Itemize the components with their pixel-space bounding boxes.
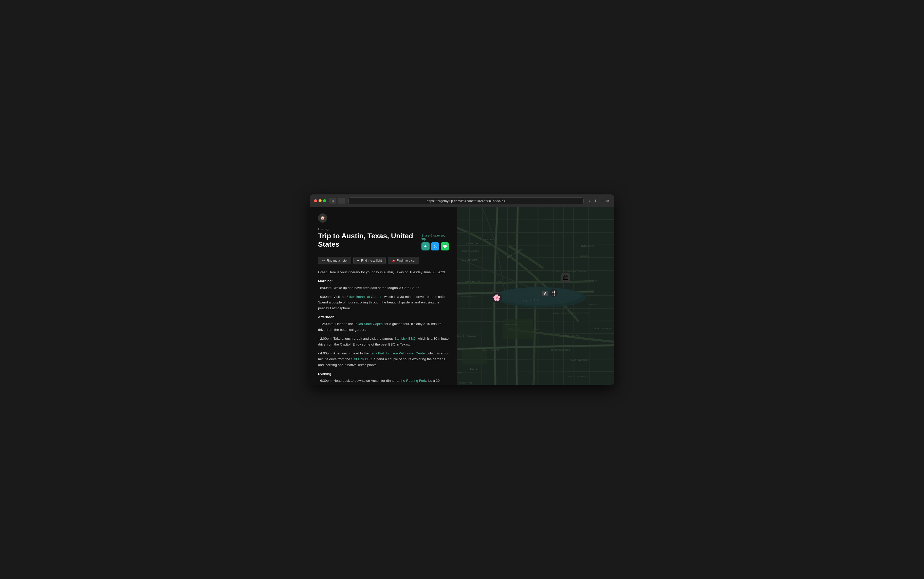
browser-chrome: ⊞ ‹ https://forgemytrip.com/i/647dacf610… <box>310 195 614 208</box>
svg-text:LAGUNA LOMA: LAGUNA LOMA <box>462 258 478 261</box>
botanical-garden-marker: 🌸 <box>491 293 502 303</box>
flight-label: Find me a flight <box>361 259 382 262</box>
svg-text:ISLAND WAY: ISLAND WAY <box>465 242 478 245</box>
share-whatsapp-button[interactable]: 💬 <box>441 242 449 250</box>
svg-text:Rollingwood: Rollingwood <box>462 295 474 298</box>
evening-item-1: - 6:30pm: Head back to downtown Austin f… <box>318 378 449 385</box>
intro-text: Great! Here is your itinerary for your d… <box>318 270 449 275</box>
capitol-link[interactable]: Texas State Capitol <box>354 322 384 326</box>
itinerary-content: Great! Here is your itinerary for your d… <box>318 270 449 385</box>
svg-text:EAST AUSTIN: EAST AUSTIN <box>584 279 597 281</box>
home-button[interactable]: 🏠 <box>318 213 327 222</box>
traffic-lights <box>314 199 326 202</box>
map-panel: ISLAND WAY TARRYTOWN BRYKER WOODS HYDE P… <box>457 208 614 385</box>
new-tab-icon[interactable]: + <box>600 198 604 204</box>
maximize-button[interactable] <box>323 199 326 202</box>
svg-text:Birdey Ln: Birdey Ln <box>470 368 478 370</box>
flowers-icon: 🌸 <box>493 294 501 301</box>
back-button[interactable]: ‹ <box>338 198 345 204</box>
roaring-fork-link-1[interactable]: Roaring Fork <box>406 379 426 383</box>
whatsapp-icon: 💬 <box>443 244 447 249</box>
museum-icon: 🏛 <box>563 275 568 281</box>
morning-header: Morning: <box>318 278 449 284</box>
svg-text:EAST CONGRESS: EAST CONGRESS <box>568 375 586 378</box>
museum-marker: 🏛 <box>562 273 570 283</box>
svg-text:SOUTH CONGRESS: SOUTH CONGRESS <box>551 349 570 351</box>
map-container[interactable]: ISLAND WAY TARRYTOWN BRYKER WOODS HYDE P… <box>457 208 614 385</box>
svg-text:Valley: Valley <box>457 371 462 374</box>
svg-text:EAST RIVERSIDE: EAST RIVERSIDE <box>571 359 588 361</box>
page-title: Trip to Austin, Texas, United States <box>318 232 421 249</box>
afternoon-item-3: - 4:00pm: After lunch, head to the Lady … <box>318 351 449 368</box>
extensions-icon[interactable]: ⧉ <box>606 198 610 204</box>
address-bar[interactable]: https://forgemytrip.com/i/647dacf61024b5… <box>348 198 584 204</box>
zilker-link[interactable]: Zilker Botanical Garden <box>346 295 382 299</box>
bookmark-icon[interactable]: ⤓ <box>587 198 592 204</box>
left-panel: 🏠 Itinerary Trip to Austin, Texas, Unite… <box>310 208 457 385</box>
svg-rect-3 <box>503 319 533 339</box>
food-icon: 🍴 <box>551 291 557 296</box>
telegram-icon: ✈ <box>424 244 427 249</box>
svg-text:W Ben White Blvd: W Ben White Blvd <box>470 348 486 350</box>
hotel-label: Find me a hotel <box>327 259 348 262</box>
point-a-label: A <box>544 291 546 295</box>
share-save-label: Share & save your trip <box>421 234 449 241</box>
svg-point-2 <box>495 287 581 305</box>
url-text: https://forgemytrip.com/i/647dacf61024b5… <box>427 199 506 203</box>
restaurant-marker: 🍴 <box>550 289 558 297</box>
svg-text:WESTFIELD: WESTFIELD <box>492 280 506 283</box>
svg-rect-4 <box>462 349 487 365</box>
map-svg: ISLAND WAY TARRYTOWN BRYKER WOODS HYDE P… <box>457 208 614 385</box>
afternoon-header: Afternoon: <box>318 314 449 320</box>
svg-text:TRAVIS HEIGHTS: TRAVIS HEIGHTS <box>562 335 579 337</box>
svg-text:BARTON HILLS: BARTON HILLS <box>505 323 522 326</box>
browser-window: ⊞ ‹ https://forgemytrip.com/i/647dacf610… <box>310 195 614 385</box>
share-row: Trip to Austin, Texas, United States Sha… <box>318 232 449 253</box>
afternoon-item-2: - 2:00pm: Take a lunch break and visit t… <box>318 336 449 348</box>
minimize-button[interactable] <box>318 199 322 202</box>
svg-text:ROSEWOOD: ROSEWOOD <box>589 303 601 306</box>
wildflower-link[interactable]: Lady Bird Johnson Wildflower Center <box>369 352 426 355</box>
morning-item-1: - 8:00am: Wake up and have breakfast at … <box>318 285 449 291</box>
evening-header: Evening: <box>318 371 449 377</box>
browser-content: 🏠 Itinerary Trip to Austin, Texas, Unite… <box>310 208 614 385</box>
morning-item-2: - 9:00am: Visit the Zilker Botanical Gar… <box>318 294 449 312</box>
share-telegram-button[interactable]: ✈ <box>421 242 429 250</box>
twitter-icon: 𝕏 <box>434 244 437 249</box>
svg-text:TARRYTOWN: TARRYTOWN <box>482 238 497 241</box>
svg-text:West Lake Hills: West Lake Hills <box>465 280 480 283</box>
car-label: Find me a car <box>397 259 415 262</box>
sidebar-toggle-button[interactable]: ⊞ <box>329 198 336 204</box>
svg-text:HANCOCK: HANCOCK <box>579 255 589 257</box>
car-icon: 🚗 <box>392 259 395 262</box>
svg-text:BRYKER WOODS: BRYKER WOODS <box>462 250 479 252</box>
close-button[interactable] <box>314 199 317 202</box>
flight-icon: ✈ <box>357 259 360 262</box>
find-flight-button[interactable]: ✈ Find me a flight <box>353 257 386 264</box>
action-buttons: 🛏 Find me a hotel ✈ Find me a flight 🚗 F… <box>318 257 449 264</box>
afternoon-item-1: - 12:00pm: Head to the Texas State Capit… <box>318 321 449 333</box>
browser-controls: ⊞ ‹ <box>329 198 345 204</box>
svg-text:EAST CONGRESS: EAST CONGRESS <box>594 327 611 330</box>
itinerary-label: Itinerary <box>318 227 449 231</box>
svg-text:Barton Creek Greenbelt: Barton Creek Greenbelt <box>457 335 476 337</box>
point-a-marker: A <box>542 291 548 296</box>
home-icon: 🏠 <box>320 216 325 220</box>
share-icons: ✈ 𝕏 💬 <box>421 242 449 250</box>
svg-text:CLARKSVILLE HISTORIC DISTRICT: CLARKSVILLE HISTORIC DISTRICT <box>553 270 587 273</box>
svg-text:RAINEY STREET HISTORIC DISTRIC: RAINEY STREET HISTORIC DISTRICT <box>553 312 589 314</box>
browser-actions: ⤓ ⬆ + ⧉ <box>587 198 610 204</box>
share-twitter-button[interactable]: 𝕏 <box>431 242 439 250</box>
salt-lick-link-1[interactable]: Salt Lick BBQ <box>394 337 415 340</box>
svg-text:Lady Bird Lake: Lady Bird Lake <box>522 299 540 302</box>
salt-lick-link-2[interactable]: Salt Lick BBQ <box>351 357 372 361</box>
svg-text:BRISON PARK: BRISON PARK <box>459 382 473 384</box>
svg-text:ZILKER: ZILKER <box>533 329 540 331</box>
hotel-icon: 🛏 <box>322 259 325 262</box>
find-car-button[interactable]: 🚗 Find me a car <box>388 257 419 264</box>
header-right: Share & save your trip ✈ 𝕏 💬 <box>421 234 449 250</box>
share-icon[interactable]: ⬆ <box>593 198 598 204</box>
find-hotel-button[interactable]: 🛏 Find me a hotel <box>318 257 351 264</box>
svg-text:HYDE PARK: HYDE PARK <box>581 245 594 247</box>
